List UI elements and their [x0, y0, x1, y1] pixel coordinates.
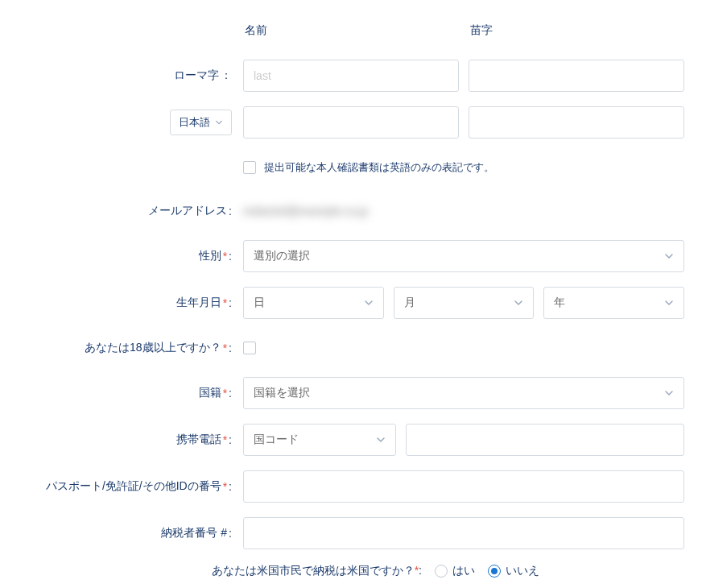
english-only-checkbox[interactable]	[243, 161, 256, 174]
mobile-number-input[interactable]	[406, 424, 684, 456]
dob-month-select[interactable]: 月	[394, 287, 535, 319]
nationality-select-placeholder: 国籍を選択	[254, 386, 658, 400]
chevron-down-icon	[376, 435, 386, 445]
chevron-down-icon	[664, 251, 674, 261]
gender-select-placeholder: 選別の選択	[254, 249, 658, 263]
over18-checkbox[interactable]	[243, 342, 256, 354]
english-only-label: 提出可能な本人確認書類は英語のみの表記です。	[264, 160, 494, 175]
chevron-down-icon	[664, 388, 674, 398]
dob-day-placeholder: 日	[254, 296, 357, 310]
dob-day-select[interactable]: 日	[243, 287, 384, 319]
dob-year-placeholder: 年	[554, 296, 658, 310]
id-number-row: パスポート/免許証/その他IDの番号*:	[16, 470, 684, 503]
gender-label: 性別*:	[16, 249, 243, 263]
mobile-row: 携帯電話*: 国コード	[16, 424, 684, 456]
country-code-placeholder: 国コード	[254, 433, 370, 447]
japanese-last-name-input[interactable]	[469, 106, 684, 139]
country-code-select[interactable]: 国コード	[243, 424, 396, 456]
gender-select[interactable]: 選別の選択	[243, 240, 684, 272]
romaji-row: ローマ字：	[16, 60, 684, 92]
nationality-row: 国籍*: 国籍を選択	[16, 377, 684, 409]
us-citizen-no-radio[interactable]: いいえ	[488, 564, 539, 578]
chevron-down-icon	[364, 298, 374, 308]
nationality-label: 国籍*:	[16, 386, 243, 400]
romaji-label: ローマ字：	[16, 68, 243, 83]
japanese-name-row: 日本語	[16, 106, 684, 139]
id-number-label: パスポート/免許証/その他IDの番号*:	[16, 479, 243, 494]
chevron-down-icon	[664, 298, 674, 308]
language-select[interactable]: 日本語	[170, 110, 232, 135]
personal-info-form: 名前 苗字 ローマ字： 日本語	[16, 16, 684, 588]
romaji-last-name-input[interactable]	[469, 60, 684, 92]
japanese-first-name-input[interactable]	[243, 106, 459, 139]
radio-yes-label: はい	[452, 564, 475, 578]
radio-unchecked-icon	[435, 565, 448, 578]
dob-label: 生年月日*:	[16, 296, 243, 310]
mobile-label: 携帯電話*:	[16, 433, 243, 447]
over18-label: あなたは18歳以上ですか？*:	[16, 341, 243, 355]
gender-row: 性別*: 選別の選択	[16, 240, 684, 272]
email-value: redacted@example.co.jp	[243, 205, 368, 217]
tax-id-row: 納税者番号 #:	[16, 517, 684, 549]
id-number-input[interactable]	[243, 470, 684, 503]
email-label: メールアドレス:	[16, 204, 243, 218]
dob-year-select[interactable]: 年	[543, 287, 684, 319]
chevron-down-icon	[514, 298, 523, 308]
chevron-down-icon	[215, 118, 223, 126]
english-only-row: 提出可能な本人確認書類は英語のみの表記です。	[16, 153, 684, 182]
dob-month-placeholder: 月	[404, 296, 508, 310]
email-row: メールアドレス: redacted@example.co.jp	[16, 197, 684, 226]
first-name-header: 名前	[243, 23, 459, 38]
last-name-header: 苗字	[469, 23, 684, 38]
over18-row: あなたは18歳以上ですか？*:	[16, 333, 684, 362]
radio-checked-icon	[488, 565, 501, 578]
language-select-label: 日本語	[179, 115, 210, 130]
dob-row: 生年月日*: 日 月 年	[16, 287, 684, 319]
romaji-first-name-input[interactable]	[243, 60, 459, 92]
radio-no-label: いいえ	[506, 564, 539, 578]
us-citizen-row: あなたは米国市民で納税は米国ですか？*: はい いいえ	[16, 564, 684, 578]
name-header-row: 名前 苗字	[16, 16, 684, 45]
us-citizen-label: あなたは米国市民で納税は米国ですか？*:	[16, 564, 435, 578]
nationality-select[interactable]: 国籍を選択	[243, 377, 684, 409]
us-citizen-yes-radio[interactable]: はい	[435, 564, 475, 578]
tax-id-label: 納税者番号 #:	[16, 526, 243, 540]
tax-id-input[interactable]	[243, 517, 684, 549]
